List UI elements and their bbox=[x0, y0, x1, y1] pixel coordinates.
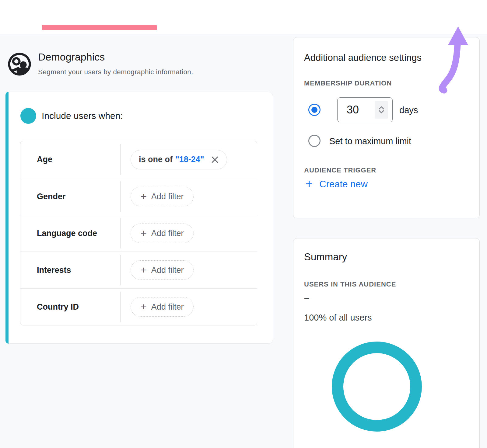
include-scope-dot bbox=[20, 108, 36, 124]
audience-donut-chart bbox=[326, 335, 428, 439]
create-trigger-label: Create new bbox=[319, 179, 368, 190]
add-filter-button-language-code[interactable]: + Add filter bbox=[131, 224, 194, 243]
chip-close-icon[interactable] bbox=[211, 156, 219, 164]
section-title: Demographics bbox=[38, 51, 105, 63]
max-limit-radio[interactable] bbox=[308, 135, 321, 147]
plus-icon: + bbox=[141, 228, 147, 238]
criteria-table: Age is one of "18-24" Gender + Add filte… bbox=[20, 141, 257, 325]
criteria-row-age: Age is one of "18-24" bbox=[20, 141, 257, 178]
criteria-value-cell: + Add filter bbox=[120, 215, 257, 252]
summary-title: Summary bbox=[304, 251, 347, 263]
audience-builder-page: Untitled audience Help center Cancel Sav… bbox=[0, 0, 487, 448]
audience-trigger-label: AUDIENCE TRIGGER bbox=[304, 166, 376, 174]
criteria-label: Language code bbox=[20, 215, 120, 252]
criteria-row-language-code: Language code + Add filter bbox=[20, 215, 257, 252]
criteria-value-cell: + Add filter bbox=[120, 178, 257, 215]
users-in-audience-value: – bbox=[304, 293, 310, 304]
max-limit-label: Set to maximum limit bbox=[329, 136, 411, 146]
additional-settings-title: Additional audience settings bbox=[304, 52, 422, 63]
demographics-icon bbox=[8, 52, 31, 76]
number-spinner-control[interactable] bbox=[375, 101, 388, 119]
section-subtitle: Segment your users by demographic inform… bbox=[38, 68, 193, 76]
duration-unit-label: days bbox=[399, 105, 418, 115]
add-filter-label: Add filter bbox=[151, 302, 184, 312]
criteria-row-country-id: Country ID + Add filter bbox=[20, 288, 257, 325]
criteria-value-cell: + Add filter bbox=[120, 289, 257, 325]
users-in-audience-label: USERS IN THIS AUDIENCE bbox=[304, 280, 396, 288]
criteria-label: Country ID bbox=[20, 289, 120, 325]
add-filter-label: Add filter bbox=[151, 266, 184, 275]
plus-icon: + bbox=[141, 191, 147, 201]
add-filter-label: Add filter bbox=[151, 192, 184, 201]
duration-days-value: 30 bbox=[347, 103, 359, 116]
add-filter-button-interests[interactable]: + Add filter bbox=[131, 260, 194, 280]
chip-value: "18-24" bbox=[175, 155, 204, 164]
add-filter-button-gender[interactable]: + Add filter bbox=[131, 187, 194, 206]
title-underline-annotation bbox=[42, 25, 157, 30]
age-filter-chip[interactable]: is one of "18-24" bbox=[131, 150, 227, 169]
criteria-row-interests: Interests + Add filter bbox=[20, 252, 257, 288]
criteria-label: Gender bbox=[20, 178, 120, 215]
additional-settings-card bbox=[293, 37, 480, 218]
create-trigger-link[interactable]: + Create new bbox=[306, 179, 368, 190]
criteria-label: Interests bbox=[20, 252, 120, 288]
add-filter-label: Add filter bbox=[151, 229, 184, 238]
include-card-title: Include users when: bbox=[42, 111, 123, 121]
chip-operator: is one of bbox=[139, 155, 173, 164]
percent-of-users-label: 100% of all users bbox=[304, 313, 372, 323]
plus-icon: + bbox=[306, 178, 313, 190]
criteria-label: Age bbox=[20, 141, 120, 178]
duration-days-radio[interactable] bbox=[308, 104, 321, 116]
add-filter-button-country-id[interactable]: + Add filter bbox=[131, 297, 194, 317]
plus-icon: + bbox=[141, 265, 147, 275]
plus-icon: + bbox=[141, 301, 147, 312]
criteria-row-gender: Gender + Add filter bbox=[20, 178, 257, 215]
criteria-value-cell: is one of "18-24" bbox=[120, 141, 257, 178]
criteria-value-cell: + Add filter bbox=[120, 252, 257, 288]
membership-duration-label: MEMBERSHIP DURATION bbox=[304, 79, 392, 87]
duration-days-input[interactable]: 30 bbox=[337, 97, 393, 122]
